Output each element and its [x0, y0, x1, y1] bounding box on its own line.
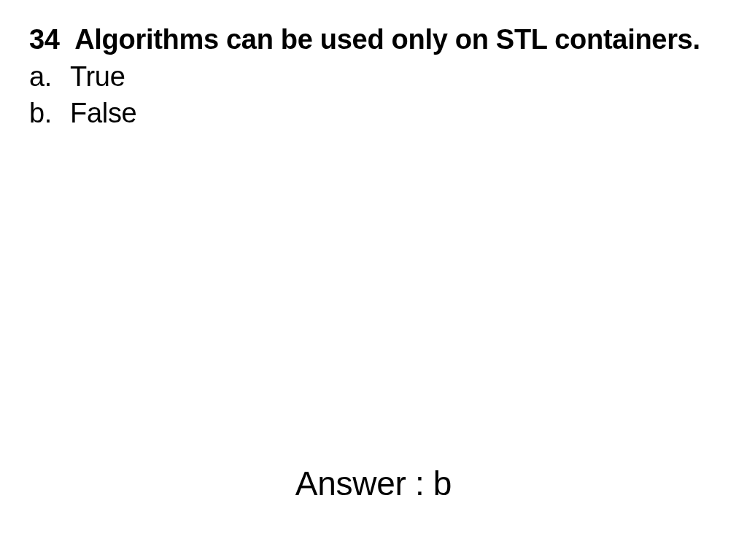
question-number: 34	[29, 24, 60, 55]
option-b: b. False	[29, 96, 718, 131]
option-a: a. True	[29, 59, 718, 95]
option-letter: b.	[29, 96, 70, 131]
option-text: True	[70, 59, 125, 95]
option-text: False	[70, 96, 136, 131]
quiz-slide: 34 Algorithms can be used only on STL co…	[0, 0, 747, 560]
question-line: 34 Algorithms can be used only on STL co…	[29, 22, 718, 58]
option-letter: a.	[29, 59, 70, 95]
answer-label: Answer : b	[0, 464, 747, 503]
options-list: a. True b. False	[29, 59, 718, 131]
question-text: Algorithms can be used only on STL conta…	[74, 24, 700, 55]
